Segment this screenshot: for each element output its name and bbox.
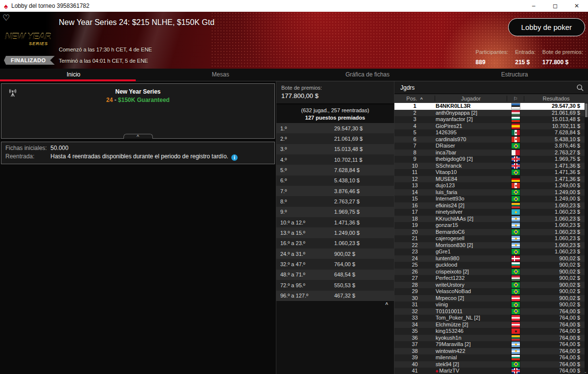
- player-flag-cell: [507, 269, 524, 274]
- player-row[interactable]: 3779Maravilla [2]764,00 $: [394, 341, 588, 348]
- player-row[interactable]: 13dujo1231.249,00 $: [394, 182, 588, 189]
- player-row[interactable]: 3mayanfactor [2]15.013,48 $: [394, 116, 588, 123]
- player-row[interactable]: 10SSchranck1.471,36 $: [394, 163, 588, 170]
- player-row[interactable]: 1B4NKR0LL3R29.547,30 $: [394, 103, 588, 110]
- new-year-series-logo: NEW YEAR SERIES: [5, 31, 51, 46]
- player-row[interactable]: 16efkinis24 [2]1.060,23 $: [394, 202, 588, 209]
- player-row[interactable]: 22Morrison830 [2]1.060,23 $: [394, 242, 588, 249]
- player-flag-cell: [507, 163, 524, 169]
- player-row[interactable]: 34Elchmütze [2]764,00 $: [394, 322, 588, 328]
- player-position: 24: [394, 255, 435, 262]
- player-name: KKruchitAAs [2]: [435, 216, 507, 222]
- player-row[interactable]: 14luis_faria1.249,00 $: [394, 189, 588, 196]
- player-position: 35: [394, 328, 435, 334]
- player-row[interactable]: 24lunten980900,02 $: [394, 255, 588, 262]
- column-header-results[interactable]: Resultados: [524, 96, 588, 101]
- player-name: wintowin422: [435, 348, 507, 354]
- stat-value: 889: [476, 59, 509, 66]
- close-button[interactable]: ✕: [573, 2, 580, 9]
- prize-place: 16.º a 23.º: [276, 240, 334, 246]
- player-result: 900,02 $: [524, 275, 588, 281]
- player-row[interactable]: 9thebigdog09 [2]1.969,75 $: [394, 156, 588, 163]
- player-flag-cell: [507, 103, 524, 109]
- player-row[interactable]: 18KKruchitAAs [2]1.060,23 $: [394, 216, 588, 223]
- player-row[interactable]: 40stek94 [2]764,00 $: [394, 361, 588, 368]
- players-scrollbar[interactable]: ⌄: [585, 103, 588, 374]
- player-name: cardinals970: [435, 136, 507, 143]
- player-row[interactable]: 12MUSE841.471,36 $: [394, 176, 588, 183]
- tab-gráfica-de-fichas[interactable]: Gráfica de fichas: [294, 69, 441, 81]
- column-header-flag[interactable]: ⚐: [507, 96, 524, 101]
- collapse-info-chevron[interactable]: ^: [123, 134, 153, 139]
- player-row[interactable]: 32T01010011764,00 $: [394, 308, 588, 315]
- player-name: stek94 [2]: [435, 361, 507, 368]
- player-row[interactable]: 23gGre11.060,23 $: [394, 249, 588, 255]
- player-row[interactable]: 15Internett93o1.249,00 $: [394, 196, 588, 202]
- player-position: 32: [394, 308, 435, 315]
- status-badge: FINALIZADO: [4, 56, 55, 65]
- player-row[interactable]: 26crispeixoto [2]900,02 $: [394, 269, 588, 275]
- player-row[interactable]: 8inca7bar2.763,27 $: [394, 150, 588, 156]
- poker-lobby-button[interactable]: Lobby de poker: [508, 18, 585, 36]
- prize-amount: 7.628,84 $: [334, 167, 360, 173]
- player-name: VelascoNoBad: [435, 288, 507, 295]
- player-row[interactable]: 25gucklood900,02 $: [394, 262, 588, 269]
- player-result: 1.060,23 $: [524, 229, 588, 235]
- column-header-player[interactable]: Jugador: [435, 96, 507, 101]
- flag-brazil-icon: [512, 282, 520, 288]
- player-row[interactable]: 33Tom_Poker_NL [2]764,00 $: [394, 315, 588, 322]
- player-row[interactable]: 36kyokush1n764,00 $: [394, 335, 588, 342]
- tab-mesas[interactable]: Mesas: [147, 69, 294, 81]
- window-titlebar: ♠ Lobby del torneo 3958361782 – ◻ ✕: [0, 0, 588, 12]
- player-row[interactable]: 29VelascoNoBad900,02 $: [394, 288, 588, 295]
- player-row[interactable]: 41♠MarlzTV764,00 $: [394, 368, 588, 374]
- player-flag-cell: [507, 289, 524, 294]
- player-row[interactable]: 39milennial764,00 $: [394, 354, 588, 361]
- player-row[interactable]: 20BernardoC61.060,23 $: [394, 229, 588, 236]
- player-row[interactable]: 27Perfect1232900,02 $: [394, 275, 588, 282]
- flag-emblem: [515, 185, 517, 187]
- player-row[interactable]: 21cajerogesell1.060,23 $: [394, 235, 588, 242]
- player-flag-cell: [507, 156, 524, 162]
- player-result: 1.249,00 $: [524, 189, 588, 196]
- player-row[interactable]: 28writeUrstory900,02 $: [394, 282, 588, 289]
- player-row[interactable]: 11Vitaop101.471,36 $: [394, 169, 588, 176]
- player-name: DRaiser: [435, 143, 507, 149]
- tab-estructura[interactable]: Estructura: [441, 69, 588, 81]
- prize-row: 7.º3.876,46 $: [276, 186, 394, 196]
- flag-emblem: [515, 132, 517, 134]
- player-row[interactable]: 38wintowin422764,00 $: [394, 348, 588, 355]
- player-row[interactable]: 6cardinals9705.438,10 $: [394, 136, 588, 143]
- player-row[interactable]: 514263957.628,84 $: [394, 129, 588, 136]
- minimize-button[interactable]: –: [530, 2, 537, 9]
- search-icon[interactable]: [576, 84, 584, 92]
- player-row[interactable]: 7DRaiser3.876,46 $: [394, 143, 588, 150]
- player-flag-cell: [507, 110, 524, 116]
- player-result: 900,02 $: [524, 301, 588, 308]
- player-result: 1.249,00 $: [524, 182, 588, 189]
- player-row[interactable]: 35king153246764,00 $: [394, 328, 588, 335]
- player-row[interactable]: 19gonzar151.060,23 $: [394, 222, 588, 229]
- player-position: 30: [394, 295, 435, 301]
- info-icon[interactable]: i: [231, 154, 238, 161]
- player-result: 1.060,23 $: [524, 249, 588, 255]
- prize-amount: 2.763,27 $: [334, 199, 360, 204]
- collapse-prizes-chevron[interactable]: ^: [276, 301, 394, 307]
- player-row[interactable]: 2anth0nypappa [2]21.061,69 $: [394, 110, 588, 117]
- player-flag-cell: [507, 328, 524, 334]
- prize-place: 32.º a 47.º: [276, 261, 334, 267]
- player-search-input[interactable]: [400, 84, 576, 91]
- player-row[interactable]: 30Mrpecoo [2]900,02 $: [394, 295, 588, 302]
- player-row[interactable]: 17ninetysilver1.060,23 $: [394, 209, 588, 216]
- player-flag-cell: [507, 262, 524, 268]
- favorite-heart-icon[interactable]: ♡: [2, 13, 10, 23]
- maximize-button[interactable]: ◻: [552, 2, 559, 9]
- scrollbar-down-arrow[interactable]: ⌄: [584, 369, 588, 374]
- player-flag-cell: [507, 368, 524, 374]
- column-header-pos[interactable]: Pos.^: [394, 96, 435, 101]
- flag-brazil-icon: [512, 229, 520, 235]
- scrollbar-thumb[interactable]: [585, 103, 588, 117]
- player-row[interactable]: 4GioPires2110.702,11 $: [394, 123, 588, 130]
- player-row[interactable]: 31viinig900,02 $: [394, 301, 588, 308]
- player-flag-cell: [507, 190, 524, 195]
